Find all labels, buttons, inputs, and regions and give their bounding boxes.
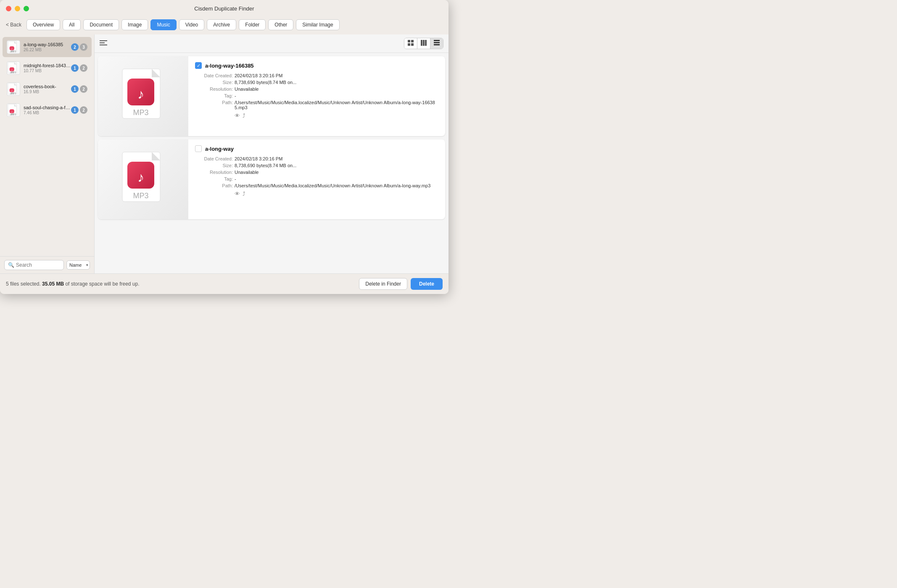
svg-text:MP3: MP3 (10, 51, 14, 53)
sidebar-item-size-4: 7.46 MB (24, 110, 71, 115)
view-columns-button[interactable] (417, 38, 430, 49)
svg-text:♪: ♪ (137, 87, 144, 102)
mp3-file-icon-4: ♪ MP3 (7, 103, 20, 117)
delete-button[interactable]: Delete (411, 278, 443, 290)
sidebar-item-4[interactable]: ♪ MP3 sad-soul-chasing-a-feeling... 7.46… (3, 100, 92, 120)
meta-date-created-row-2: Date Created: 2024/02/18 3:20:16 PM (195, 156, 438, 161)
count-badge-gray-4: 2 (80, 106, 87, 114)
view-list-button[interactable] (430, 38, 443, 49)
file-header-2: a-long-way (195, 145, 438, 152)
meta-tag-row-1: Tag: - (195, 93, 438, 98)
status-bar: 5 files selected. 35.05 MB of storage sp… (0, 273, 448, 294)
sidebar-item-size-1: 26.22 MB (24, 47, 71, 52)
meta-path-row-1: Path: /Users/test/Music/Music/Media.loca… (195, 100, 438, 110)
count-badge-gray-3: 2 (80, 85, 87, 93)
file-preview-2: ♪ MP3 (98, 139, 188, 219)
tab-document[interactable]: Document (83, 19, 119, 30)
file-name-2: a-long-way (205, 146, 234, 152)
svg-text:MP3: MP3 (133, 192, 148, 200)
tab-image[interactable]: Image (121, 19, 148, 30)
delete-in-finder-button[interactable]: Delete in Finder (359, 278, 407, 290)
svg-text:MP3: MP3 (10, 93, 14, 95)
tab-music[interactable]: Music (150, 19, 176, 30)
size-value-1: 8,738,690 bytes(8.74 MB on... (235, 80, 438, 85)
count-badge-gray-2: 2 (80, 64, 87, 72)
resolution-value-1: Unavailable (235, 87, 438, 92)
meta-action-icons-1: 👁 ⤴ (195, 113, 438, 119)
sidebar-item-3[interactable]: ♪ MP3 coverless-book- 16.9 MB 1 2 (3, 79, 92, 99)
svg-text:♪: ♪ (11, 110, 13, 113)
app-title: Cisdem Duplicate Finder (194, 5, 254, 12)
search-input[interactable] (16, 262, 60, 268)
sidebar-item-1[interactable]: ♪ MP3 a-long-way-166385 26.22 MB 2 3 (3, 37, 92, 57)
meta-tag-row-2: Tag: - (195, 176, 438, 181)
deselect-all-icon[interactable] (100, 40, 107, 47)
sidebar-item-counts-1: 2 3 (71, 43, 87, 51)
meta-resolution-row-2: Resolution: Unavailable (195, 170, 438, 175)
sidebar-item-2[interactable]: ♪ MP3 midnight-forest-184304 10.77 MB 1 … (3, 58, 92, 78)
tab-folder[interactable]: Folder (239, 19, 266, 30)
status-prefix: 5 files selected. (6, 281, 42, 287)
sidebar-item-size-3: 16.9 MB (24, 89, 71, 94)
sort-select[interactable]: Name Size Date (66, 260, 90, 270)
path-value-2: /Users/test/Music/Music/Media.localized/… (235, 183, 438, 188)
svg-rect-23 (408, 40, 410, 42)
file-checkbox-1[interactable] (195, 62, 202, 69)
maximize-button[interactable] (24, 6, 29, 11)
file-header-1: a-long-way-166385 (195, 62, 438, 69)
tab-overview[interactable]: Overview (26, 19, 60, 30)
resolution-label-1: Resolution: (195, 87, 233, 92)
close-button[interactable] (6, 6, 11, 11)
svg-rect-27 (421, 40, 422, 46)
preview-icon-2[interactable]: 👁 (235, 191, 240, 197)
tab-video[interactable]: Video (179, 19, 204, 30)
sidebar-item-info-1: a-long-way-166385 26.22 MB (24, 42, 71, 52)
tag-label-2: Tag: (195, 176, 233, 181)
svg-rect-32 (434, 44, 440, 45)
preview-icon-1[interactable]: 👁 (235, 113, 240, 119)
svg-text:♪: ♪ (11, 47, 13, 50)
file-card-1: ♪ MP3 (98, 56, 445, 136)
svg-text:♪: ♪ (11, 89, 13, 92)
tab-similar-image[interactable]: Similar Image (296, 19, 339, 30)
toolbar-left (100, 40, 107, 47)
content-area: ♪ MP3 (95, 34, 448, 273)
minimize-button[interactable] (15, 6, 20, 11)
svg-text:MP3: MP3 (10, 114, 14, 116)
tab-other[interactable]: Other (268, 19, 293, 30)
open-icon-2[interactable]: ⤴ (243, 191, 245, 197)
file-meta-1: Date Created: 2024/02/18 3:20:16 PM Size… (195, 73, 438, 110)
sort-wrapper[interactable]: Name Size Date ▾ (66, 260, 90, 270)
sidebar: ♪ MP3 a-long-way-166385 26.22 MB 2 3 (0, 34, 95, 273)
tab-all[interactable]: All (63, 19, 81, 30)
tag-label-1: Tag: (195, 93, 233, 98)
sidebar-item-size-2: 10.77 MB (24, 68, 71, 73)
mp3-file-icon-3: ♪ MP3 (7, 82, 20, 96)
svg-rect-31 (434, 42, 440, 43)
meta-date-created-row-1: Date Created: 2024/02/18 3:20:16 PM (195, 73, 438, 78)
svg-text:♪: ♪ (137, 170, 144, 185)
sidebar-footer: 🔍 Name Size Date ▾ (0, 256, 94, 273)
file-checkbox-2[interactable] (195, 145, 202, 152)
sidebar-item-counts-4: 1 2 (71, 106, 87, 114)
back-button[interactable]: < Back (6, 22, 21, 28)
resolution-label-2: Resolution: (195, 170, 233, 175)
file-details-2: a-long-way Date Created: 2024/02/18 3:20… (188, 139, 445, 219)
size-label-2: Size: (195, 163, 233, 168)
view-grid-button[interactable] (404, 38, 417, 49)
date-created-value-1: 2024/02/18 3:20:16 PM (235, 73, 438, 78)
svg-rect-29 (425, 40, 427, 46)
sidebar-item-name-4: sad-soul-chasing-a-feeling... (24, 105, 71, 110)
search-box[interactable]: 🔍 (4, 260, 64, 270)
resolution-value-2: Unavailable (235, 170, 438, 175)
navbar: < Back Overview All Document Image Music… (0, 17, 448, 34)
file-list: ♪ MP3 (95, 53, 448, 273)
mp3-file-icon-1: ♪ MP3 (7, 40, 20, 54)
meta-resolution-row-1: Resolution: Unavailable (195, 87, 438, 92)
content-toolbar (95, 34, 448, 53)
meta-path-row-2: Path: /Users/test/Music/Music/Media.loca… (195, 183, 438, 188)
meta-size-row-2: Size: 8,738,690 bytes(8.74 MB on... (195, 163, 438, 168)
tab-archive[interactable]: Archive (207, 19, 236, 30)
titlebar: Cisdem Duplicate Finder (0, 0, 448, 17)
open-icon-1[interactable]: ⤴ (243, 113, 245, 119)
